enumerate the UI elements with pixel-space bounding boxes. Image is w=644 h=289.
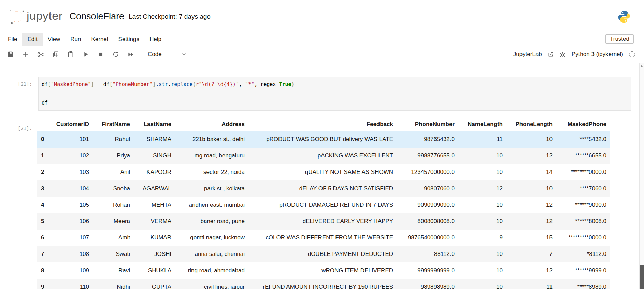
table-cell: 110	[51, 279, 89, 289]
table-cell: 12	[503, 213, 553, 230]
save-icon[interactable]	[6, 50, 15, 58]
table-cell: *********0000.0	[553, 230, 610, 246]
table-cell: Ravi	[89, 262, 130, 279]
table-cell: ******8008.0	[553, 213, 610, 230]
table-cell: GUPTA	[130, 279, 171, 289]
table-cell: *8112.0	[553, 246, 610, 262]
table-cell: 10	[455, 148, 503, 164]
menu-item-run[interactable]: Run	[65, 33, 86, 46]
table-cell: KUMAR	[130, 230, 171, 246]
scroll-up-arrow-icon[interactable]	[640, 65, 643, 67]
vertical-scrollbar[interactable]	[639, 63, 644, 289]
table-row: 7108SwatiJOSHIanna salai, chennaidOUBLE …	[37, 246, 610, 262]
table-cell: rEFUND AMOUNT INCORRECT BY 150 RUPEES	[245, 279, 393, 289]
table-cell: ******9090.0	[553, 197, 610, 213]
table-row: 5106MeeraVERMAbaner road, punedELIVERED …	[37, 213, 610, 230]
input-prompt: [21]:	[18, 81, 32, 87]
kernel-name[interactable]: Python 3 (ipykernel)	[572, 51, 623, 58]
column-header: PhoneNumber	[393, 118, 455, 131]
table-header-row: CustomerIDFirstNameLastNameAddressFeedba…	[37, 118, 610, 131]
jupyterlab-link[interactable]: JupyterLab	[513, 51, 542, 58]
notebook-title[interactable]: ConsoleFlare	[70, 11, 125, 22]
table-cell: 98765432.0	[393, 131, 455, 148]
table-cell: ********0000.0	[553, 164, 610, 180]
cell-type-dropdown[interactable]: Code	[148, 51, 162, 58]
menubar: FileEditViewRunKernelSettingsHelp Truste…	[0, 33, 644, 46]
table-cell: wRONG ITEM DELIVERED	[245, 262, 393, 279]
table-cell: Rohan	[89, 197, 130, 213]
table-cell: 6	[37, 230, 51, 246]
table-cell: 107	[51, 230, 89, 246]
run-all-icon[interactable]	[127, 50, 135, 58]
restart-kernel-icon[interactable]	[112, 50, 120, 58]
external-link-icon[interactable]	[548, 52, 554, 57]
table-cell: 9876540000000.0	[393, 230, 455, 246]
table-cell: 104	[51, 180, 89, 197]
table-row: 3104SnehaAGARWALpark st., kolkatadELAY O…	[37, 180, 610, 197]
table-cell: pACKING WAS EXCELLENT	[245, 148, 393, 164]
table-cell: ****5432.0	[553, 131, 610, 148]
column-header: PhoneLength	[503, 118, 553, 131]
jupyter-wordmark: jupyter	[27, 10, 63, 24]
menu-item-view[interactable]: View	[43, 33, 66, 46]
scrollbar-thumb[interactable]	[640, 265, 644, 289]
table-cell: ring road, ahmedabad	[171, 262, 245, 279]
table-cell: Nidhi	[89, 279, 130, 289]
table-cell: 15	[503, 230, 553, 246]
menu-item-kernel[interactable]: Kernel	[86, 33, 113, 46]
table-cell: 8	[37, 262, 51, 279]
bug-icon[interactable]	[559, 51, 566, 58]
table-row: 2103AnilKAPOORsector 22, noidaqUALITY NO…	[37, 164, 610, 180]
table-cell: 105	[51, 197, 89, 213]
table-cell: 5	[37, 213, 51, 230]
trusted-button[interactable]: Trusted	[605, 34, 634, 44]
table-cell: ****7060.0	[553, 180, 610, 197]
column-header: NameLength	[455, 118, 503, 131]
menu-item-file[interactable]: File	[3, 33, 22, 46]
table-cell: 101	[51, 131, 89, 148]
table-cell: 1	[37, 148, 51, 164]
stop-icon[interactable]	[97, 50, 105, 58]
column-header: LastName	[130, 118, 171, 131]
table-cell: 3	[37, 180, 51, 197]
table-cell: 103	[51, 164, 89, 180]
table-cell: ******9999.0	[553, 262, 610, 279]
table-cell: 10	[455, 197, 503, 213]
table-cell: dELIVERED EARLY VERY HAPPY	[245, 213, 393, 230]
table-cell: 9090909090.0	[393, 197, 455, 213]
code-editor[interactable]: df["MaskedPhone"] = df["PhoneNumber"].st…	[38, 77, 631, 111]
table-row: 4105RohanMEHTAandheri east, mumbaipRODUC…	[37, 197, 610, 213]
menu-item-settings[interactable]: Settings	[113, 33, 144, 46]
table-cell: 10	[455, 262, 503, 279]
table-cell: 102	[51, 148, 89, 164]
table-cell: AGARWAL	[130, 180, 171, 197]
code-line: df["MaskedPhone"] = df["PhoneNumber"].st…	[42, 80, 628, 89]
jupyter-logo[interactable]: jupyter	[9, 9, 63, 25]
table-cell: andheri east, mumbai	[171, 197, 245, 213]
table-cell: SHUKLA	[130, 262, 171, 279]
table-cell: anna salai, chennai	[171, 246, 245, 262]
table-row: 9110NidhiGUPTAcivil lines, jaipurrEFUND …	[37, 279, 610, 289]
copy-cell-icon[interactable]	[52, 50, 60, 58]
table-cell: SHARMA	[130, 131, 171, 148]
menu-item-help[interactable]: Help	[144, 33, 167, 46]
code-cell-input: [21]: df["MaskedPhone"] = df["PhoneNumbe…	[0, 77, 644, 111]
table-cell: 10	[455, 246, 503, 262]
paste-cell-icon[interactable]	[67, 50, 75, 58]
code-line	[42, 89, 628, 98]
column-header: MaskedPhone	[553, 118, 610, 131]
chevron-down-icon[interactable]	[181, 51, 187, 57]
header: jupyter ConsoleFlare Last Checkpoint: 7 …	[0, 0, 644, 33]
checkpoint-text: Last Checkpoint: 7 days ago	[129, 13, 211, 20]
table-cell: Amit	[89, 230, 130, 246]
table-cell: 9	[455, 230, 503, 246]
menu-item-edit[interactable]: Edit	[22, 33, 42, 46]
table-cell: 90807060.0	[393, 180, 455, 197]
add-cell-icon[interactable]	[22, 50, 30, 58]
table-cell: 2	[37, 164, 51, 180]
cut-cell-icon[interactable]	[37, 50, 45, 58]
table-cell: 106	[51, 213, 89, 230]
run-icon[interactable]	[82, 50, 90, 58]
table-cell: 9999999999.0	[393, 262, 455, 279]
code-line: df	[42, 98, 628, 108]
